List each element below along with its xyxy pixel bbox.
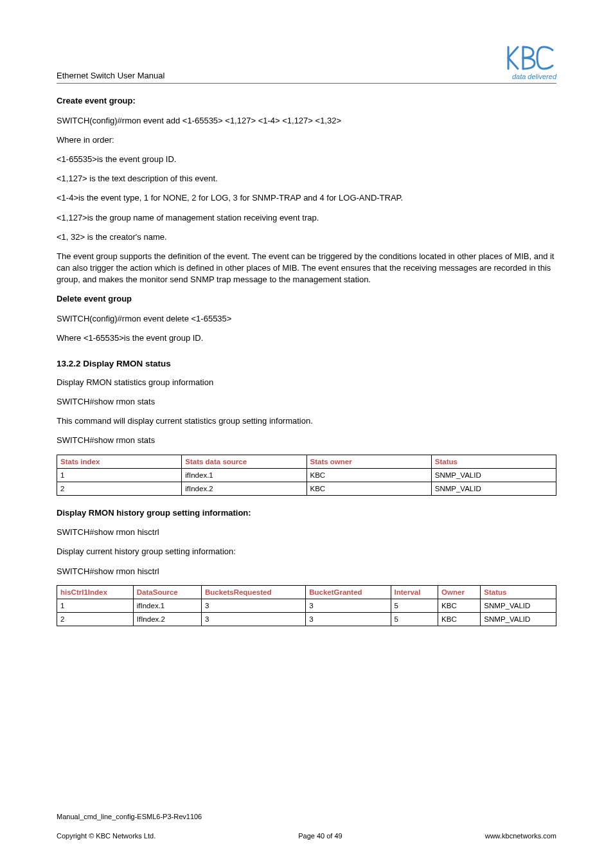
col-header: Status	[431, 455, 556, 468]
col-header: Interval	[391, 585, 438, 599]
cell: ifIndex.1	[182, 468, 306, 482]
cell: 5	[391, 599, 438, 612]
body-text: This command will display current statis…	[57, 415, 556, 427]
body-text: Display current history group setting in…	[57, 546, 556, 557]
logo: data delivered	[506, 45, 556, 82]
body-text: SWITCH#show rmon hisctrl	[57, 527, 556, 538]
cell: IfIndex.2	[133, 612, 201, 626]
body-text: <1,127>is the group name of management s…	[57, 212, 556, 224]
body-text: Display RMON statistics group informatio…	[57, 377, 556, 388]
delete-event-heading: Delete event group	[57, 293, 556, 305]
page-footer: Manual_cmd_line_config-ESML6-P3-Rev1106 …	[57, 812, 556, 841]
cell: KBC	[306, 468, 431, 482]
page-header: Ethernet Switch User Manual data deliver…	[57, 45, 556, 84]
cell: SNMP_VALID	[431, 482, 556, 495]
cell: 5	[391, 612, 438, 626]
body-text: SWITCH#show rmon hisctrl	[57, 566, 556, 577]
cell: 1	[57, 468, 182, 482]
col-header: Stats owner	[306, 455, 431, 468]
body-text: Where <1-65535>is the event group ID.	[57, 332, 556, 344]
body-text: SWITCH(config)#rmon event delete <1-6553…	[57, 313, 556, 325]
table-row: 1 ifIndex.1 3 3 5 KBC SNMP_VALID	[57, 599, 556, 612]
cell: KBC	[306, 482, 431, 495]
footer-url: www.kbcnetworks.com	[485, 831, 556, 841]
body-text: <1,127> is the text description of this …	[57, 173, 556, 185]
footer-manual-id: Manual_cmd_line_config-ESML6-P3-Rev1106	[57, 812, 556, 822]
cell: SNMP_VALID	[481, 599, 556, 612]
footer-page-number: Page 40 of 49	[298, 831, 342, 841]
kbc-logo-icon	[506, 45, 556, 71]
col-header: Stats data source	[182, 455, 306, 468]
col-header: BucketsRequested	[201, 585, 305, 599]
cell: 2	[57, 482, 182, 495]
body-text: SWITCH(config)#rmon event add <1-65535> …	[57, 115, 556, 127]
body-text: SWITCH#show rmon stats	[57, 396, 556, 408]
cell: KBC	[438, 612, 481, 626]
history-heading: Display RMON history group setting infor…	[57, 507, 556, 519]
logo-tagline: data delivered	[506, 72, 556, 82]
table-row: 2 ifIndex.2 KBC SNMP_VALID	[57, 482, 556, 495]
col-header: Stats index	[57, 455, 182, 468]
cell: 3	[201, 599, 305, 612]
header-title: Ethernet Switch User Manual	[57, 70, 164, 82]
table-row: 2 IfIndex.2 3 3 5 KBC SNMP_VALID	[57, 612, 556, 626]
body-text: <1-65535>is the event group ID.	[57, 154, 556, 165]
cell: 3	[306, 599, 391, 612]
footer-copyright: Copyright © KBC Networks Ltd.	[57, 831, 155, 841]
display-rmon-heading: 13.2.2 Display RMON status	[57, 358, 556, 370]
cell: 3	[201, 612, 305, 626]
stats-table: Stats index Stats data source Stats owne…	[57, 455, 556, 496]
table-header-row: hisCtrl1Index DataSource BucketsRequeste…	[57, 585, 556, 599]
table-header-row: Stats index Stats data source Stats owne…	[57, 455, 556, 468]
cell: SNMP_VALID	[481, 612, 556, 626]
cell: 2	[57, 612, 134, 626]
cell: SNMP_VALID	[431, 468, 556, 482]
create-event-heading: Create event group:	[57, 95, 556, 107]
cell: ifIndex.1	[133, 599, 201, 612]
col-header: Owner	[438, 585, 481, 599]
cell: 1	[57, 599, 134, 612]
body-text: The event group supports the definition …	[57, 251, 556, 286]
col-header: BucketGranted	[306, 585, 391, 599]
body-text: <1, 32> is the creator's name.	[57, 231, 556, 243]
col-header: hisCtrl1Index	[57, 585, 134, 599]
cell: KBC	[438, 599, 481, 612]
col-header: DataSource	[133, 585, 201, 599]
body-text: <1-4>is the event type, 1 for NONE, 2 fo…	[57, 192, 556, 204]
history-table: hisCtrl1Index DataSource BucketsRequeste…	[57, 585, 556, 626]
body-text: SWITCH#show rmon stats	[57, 435, 556, 446]
col-header: Status	[481, 585, 556, 599]
cell: ifIndex.2	[182, 482, 306, 495]
table-row: 1 ifIndex.1 KBC SNMP_VALID	[57, 468, 556, 482]
body-text: Where in order:	[57, 134, 556, 146]
cell: 3	[306, 612, 391, 626]
